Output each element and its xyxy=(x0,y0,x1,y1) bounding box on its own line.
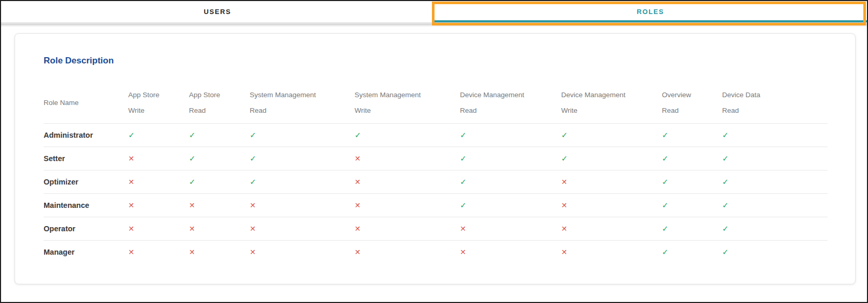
permission-denied-icon: ✕ xyxy=(189,225,195,233)
table-row: Optimizer✕✓✓✕✓✕✓✓ xyxy=(44,170,828,193)
permission-cell: ✓ xyxy=(460,147,561,170)
permission-allowed-icon: ✓ xyxy=(460,177,467,186)
permission-allowed-icon: ✓ xyxy=(662,177,669,186)
permission-cell: ✕ xyxy=(250,193,355,217)
column-header: Device ManagementRead xyxy=(460,83,561,123)
permission-allowed-icon: ✓ xyxy=(722,154,729,163)
permission-allowed-icon: ✓ xyxy=(250,177,256,186)
permission-denied-icon: ✕ xyxy=(561,178,567,186)
permission-cell: ✕ xyxy=(561,170,662,193)
permission-denied-icon: ✕ xyxy=(128,178,134,186)
permission-allowed-icon: ✓ xyxy=(460,154,467,163)
permission-cell: ✓ xyxy=(722,217,828,240)
table-header: Role NameApp StoreWriteApp StoreReadSyst… xyxy=(44,83,828,123)
table-row: Administrator✓✓✓✓✓✓✓✓ xyxy=(44,123,828,147)
column-header-group: App Store xyxy=(189,91,250,99)
table-row: Manager✕✕✕✕✕✕✓✓ xyxy=(44,240,828,264)
permission-cell: ✓ xyxy=(460,123,561,147)
permission-cell: ✓ xyxy=(355,123,460,147)
tab-roles-label: ROLES xyxy=(637,8,664,16)
permission-cell: ✕ xyxy=(250,240,355,264)
role-description-card: Role Description Role NameApp StoreWrite… xyxy=(15,33,856,284)
permission-denied-icon: ✕ xyxy=(355,154,361,163)
column-header-permission: Write xyxy=(355,107,460,114)
permission-cell: ✓ xyxy=(128,123,189,147)
column-header: Device ManagementWrite xyxy=(561,83,662,123)
permission-cell: ✓ xyxy=(189,123,250,147)
permission-denied-icon: ✕ xyxy=(355,248,361,256)
app-window: USERS ROLES Role Description Role NameAp… xyxy=(0,0,868,303)
permission-cell: ✕ xyxy=(128,170,189,193)
table-row: Maintenance✕✕✕✕✓✕✓✓ xyxy=(44,193,828,217)
permission-denied-icon: ✕ xyxy=(189,201,195,209)
tabbar-shadow xyxy=(1,23,867,27)
permission-allowed-icon: ✓ xyxy=(460,201,467,209)
tab-users-label: USERS xyxy=(204,8,232,16)
column-header-permission: Write xyxy=(561,107,662,114)
role-name-cell: Setter xyxy=(44,147,128,170)
permission-cell: ✓ xyxy=(460,193,561,217)
permission-cell: ✓ xyxy=(662,217,722,240)
permission-allowed-icon: ✓ xyxy=(189,130,196,139)
column-header-group: System Management xyxy=(250,91,355,99)
permission-cell: ✓ xyxy=(460,170,561,193)
table-header-row: Role NameApp StoreWriteApp StoreReadSyst… xyxy=(44,83,828,123)
permission-cell: ✓ xyxy=(561,147,662,170)
column-header-permission: Write xyxy=(128,107,189,114)
column-header: Device DataRead xyxy=(722,83,828,123)
permission-cell: ✕ xyxy=(189,217,250,240)
permission-allowed-icon: ✓ xyxy=(189,177,196,186)
permission-cell: ✓ xyxy=(722,240,828,264)
tab-bar: USERS ROLES xyxy=(1,1,867,23)
permission-cell: ✕ xyxy=(561,217,662,240)
permission-denied-icon: ✕ xyxy=(355,178,361,186)
permission-denied-icon: ✕ xyxy=(128,225,134,233)
permission-allowed-icon: ✓ xyxy=(722,130,729,139)
column-header-group: Device Management xyxy=(561,91,662,99)
permission-cell: ✕ xyxy=(355,147,460,170)
role-name-cell: Administrator xyxy=(44,123,128,147)
column-header-role-name: Role Name xyxy=(44,83,128,123)
permission-cell: ✕ xyxy=(561,193,662,217)
permission-allowed-icon: ✓ xyxy=(662,154,669,163)
permission-denied-icon: ✕ xyxy=(128,248,134,256)
tab-roles[interactable]: ROLES xyxy=(434,1,867,22)
permission-cell: ✓ xyxy=(662,170,722,193)
role-name-cell: Maintenance xyxy=(44,193,128,217)
column-header-permission: Read xyxy=(250,107,355,114)
active-tab-indicator xyxy=(434,20,867,22)
permission-denied-icon: ✕ xyxy=(250,201,256,209)
table-row: Operator✕✕✕✕✕✕✓✓ xyxy=(44,217,828,240)
permission-allowed-icon: ✓ xyxy=(355,130,361,139)
column-header-group: Device Data xyxy=(722,91,828,99)
permission-denied-icon: ✕ xyxy=(460,225,466,233)
role-name-cell: Manager xyxy=(44,240,128,264)
column-header: System ManagementWrite xyxy=(355,83,460,123)
column-header: App StoreRead xyxy=(189,83,250,123)
permission-allowed-icon: ✓ xyxy=(189,154,196,163)
roles-table: Role NameApp StoreWriteApp StoreReadSyst… xyxy=(44,83,828,264)
permission-denied-icon: ✕ xyxy=(561,248,567,256)
permission-cell: ✓ xyxy=(722,147,828,170)
page-title: Role Description xyxy=(44,56,826,66)
permission-allowed-icon: ✓ xyxy=(662,201,669,209)
permission-allowed-icon: ✓ xyxy=(460,130,467,139)
permission-cell: ✕ xyxy=(128,193,189,217)
permission-cell: ✓ xyxy=(722,123,828,147)
role-name-cell: Operator xyxy=(44,217,128,240)
permission-cell: ✕ xyxy=(189,240,250,264)
column-header-group: App Store xyxy=(128,91,189,99)
tab-users[interactable]: USERS xyxy=(1,1,434,22)
permission-cell: ✓ xyxy=(189,147,250,170)
column-header: OverviewRead xyxy=(662,83,722,123)
permission-allowed-icon: ✓ xyxy=(662,247,669,256)
permission-cell: ✕ xyxy=(250,217,355,240)
permission-cell: ✕ xyxy=(128,217,189,240)
permission-cell: ✓ xyxy=(662,193,722,217)
column-header-permission: Read xyxy=(662,107,722,114)
permission-allowed-icon: ✓ xyxy=(561,130,568,139)
column-header-group: Overview xyxy=(662,91,722,99)
column-header-permission: Read xyxy=(460,107,561,114)
permission-cell: ✕ xyxy=(561,240,662,264)
permission-cell: ✕ xyxy=(355,217,460,240)
